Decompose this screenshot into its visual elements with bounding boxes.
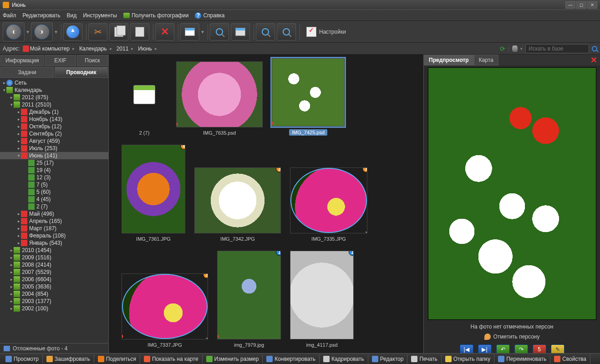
tree-node[interactable]: 4 (45) [0,196,108,203]
nav-back-button[interactable]: ‹ [3,22,25,41]
tree-node[interactable]: ▸2002 (100) [0,305,108,312]
view-dropdown-icon[interactable]: ▾ [201,29,206,35]
tree-node[interactable]: 5 (60) [0,188,108,196]
menu-view[interactable]: Вид [66,12,76,19]
tree-node[interactable]: 12 (3) [0,174,108,181]
copy-button[interactable] [109,23,128,40]
status-конвертировать[interactable]: Конвертировать [263,354,320,364]
menu-help[interactable]: Справка [195,12,224,19]
status-изменить размер[interactable]: Изменить размер [203,354,263,364]
maximize-button[interactable]: ◻ [576,1,586,9]
db-dropdown-icon[interactable]: ▾ [520,46,523,51]
rating-button[interactable]: 5 [533,344,546,353]
tree-node[interactable]: ▸2012 (875) [0,94,108,101]
tree-node[interactable]: 19 (4) [0,167,108,174]
delete-button[interactable]: ✕ [155,23,174,40]
database-icon[interactable] [512,46,518,52]
thumbnail[interactable]: 📍IMG_7425.psd [272,58,345,136]
tree-node[interactable]: ▸2005 (3636) [0,283,108,290]
status-печать[interactable]: Печать [407,354,441,364]
thumbnail[interactable]: 3IMG_7335.JPG [290,167,367,242]
crumb-2011[interactable]: 2011▸ [117,46,136,52]
nav-up-button[interactable] [63,23,82,40]
paste-button[interactable] [130,23,149,40]
deferred-bar[interactable]: Отложенные фото - 4 [0,343,108,353]
status-просмотр[interactable]: Просмотр [2,354,43,364]
minimize-button[interactable]: — [565,1,575,9]
tree-node[interactable]: ▸Декабрь (1) [0,108,108,116]
refresh-icon[interactable]: ⟳ [500,45,505,52]
fwd-dropdown-icon[interactable]: ▾ [55,29,59,35]
status-показать на карте[interactable]: Показать на карте [140,354,203,364]
tree-node[interactable]: ▾Календарь [0,86,108,94]
thumbnail[interactable]: 3📍IMG_7337.JPG [122,273,208,348]
tab-exif[interactable]: EXIF [45,55,76,66]
tree-node[interactable]: ▸Февраль (108) [0,232,108,239]
zoom-in-button[interactable] [256,23,275,40]
nav-forward-button[interactable]: › [31,22,53,41]
tree-node[interactable]: 7 (5) [0,181,108,188]
tree-node[interactable]: ▸Январь (543) [0,239,108,247]
redo-button[interactable]: ↷ [514,344,528,353]
tree-node[interactable]: ▸2009 (1516) [0,254,108,261]
settings-button[interactable]: Настройки [302,27,351,37]
tree-node[interactable]: ▸2003 (1377) [0,298,108,305]
tree-node[interactable]: ▸Сеть [0,79,108,86]
thumbnail[interactable]: 📍IMG_7635.psd [176,61,263,136]
status-редактор[interactable]: Редактор [368,354,408,364]
status-зашифровать[interactable]: Зашифровать [43,354,94,364]
edit-button[interactable]: ✎ [551,344,564,353]
tree-node[interactable]: ▸Август (459) [0,137,108,145]
tag-person-button[interactable]: Отметить персону [484,334,540,340]
view-thumbs-button[interactable] [180,23,199,40]
thumbnail[interactable]: 2 (7) [122,61,167,136]
back-dropdown-icon[interactable]: ▾ [26,29,31,35]
status-открыть папку[interactable]: Открыть папку [442,354,495,364]
tab-search[interactable]: Поиск [77,55,108,66]
preview-image[interactable] [428,67,596,320]
status-кадрировать[interactable]: Кадрировать [320,354,368,364]
zoom-preview-button[interactable] [210,23,229,40]
tree-node[interactable]: ▸Июль (253) [0,145,108,152]
status-поделиться[interactable]: Поделиться [94,354,140,364]
crumb-mycomputer[interactable]: Мой компьютер▸ [23,46,76,52]
close-panel-icon[interactable]: ✕ [590,55,597,65]
tab-map[interactable]: Карта [474,55,498,66]
undo-button[interactable]: ↶ [496,344,510,353]
status-свойства[interactable]: Свойства [550,354,590,364]
tree-node[interactable]: ▸2008 (2414) [0,261,108,268]
tree-node[interactable]: ▸2004 (854) [0,290,108,298]
tree-node[interactable]: ▸Май (496) [0,210,108,217]
tab-preview[interactable]: Предпросмотр [424,55,474,66]
thumbnail[interactable]: 3IMG_7342.JPG [194,167,281,242]
tree-node[interactable]: ▸Март (187) [0,225,108,232]
tree-node[interactable]: ▸Октябрь (12) [0,123,108,130]
next-button[interactable]: ▶| [478,344,492,353]
thumbnail[interactable]: 1📍img_7979.jpg [217,251,281,348]
tree-node[interactable]: ▾Июнь (141) [0,152,108,159]
thumbnail[interactable]: 4IMG_7361.JPG [122,145,185,242]
tree-node[interactable]: 2 (7) [0,203,108,210]
search-icon[interactable] [592,46,597,51]
view-window-button[interactable] [231,23,250,40]
tree-node[interactable]: ▸Ноябрь (143) [0,116,108,123]
menu-tools[interactable]: Инструменты [83,12,117,19]
tree-node[interactable]: ▸Апрель (165) [0,217,108,225]
menu-file[interactable]: Файл [3,12,16,19]
tree-node[interactable]: 25 (17) [0,159,108,167]
tab-tasks[interactable]: Задачи [0,67,54,78]
tab-info[interactable]: Информация [0,55,44,66]
tree-node[interactable]: ▾2011 (2510) [0,101,108,108]
menu-get-photos[interactable]: Получить фотографии [123,12,188,19]
cut-button[interactable] [88,23,107,40]
crumb-june[interactable]: Июнь▸ [138,46,159,52]
prev-button[interactable]: |◀ [460,344,473,353]
tree-node[interactable]: ▸2007 (5529) [0,268,108,276]
search-input[interactable] [525,44,589,53]
thumbnail[interactable]: 1img_4117.psd [290,251,354,348]
tree-node[interactable]: ▸2010 (1454) [0,247,108,254]
crumb-calendar[interactable]: Календарь▸ [79,46,114,52]
close-button[interactable]: ✕ [587,1,597,9]
tree-node[interactable]: ▸Сентябрь (2) [0,130,108,137]
menu-edit[interactable]: Редактировать [23,12,61,19]
